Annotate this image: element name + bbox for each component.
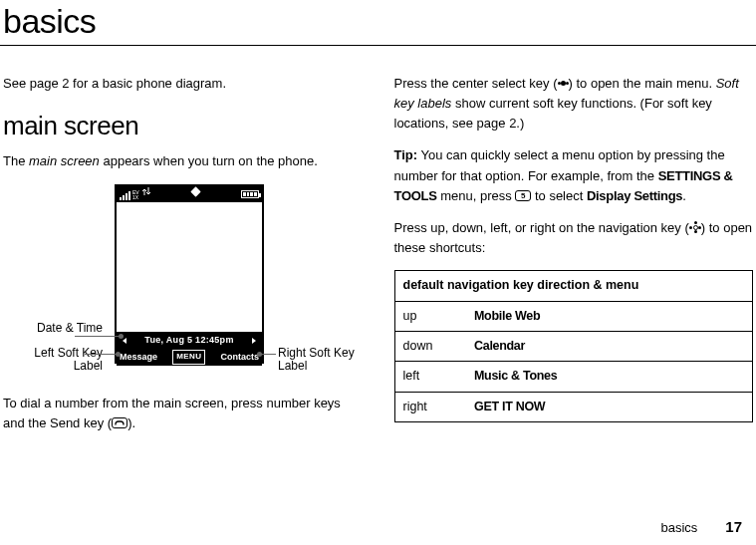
callout-line: Label (74, 359, 103, 373)
table-header: default navigation key direction & menu (394, 271, 753, 301)
direction-cell: down (394, 331, 466, 361)
main-screen-term: main screen (29, 153, 100, 168)
text-fragment: Press the center select key ( (394, 76, 558, 91)
callout-left-soft-key: Left Soft Key Label (3, 347, 103, 375)
text-fragment: Press up, down, left, or right on the na… (394, 220, 689, 235)
callout-date-time: Date & Time (3, 322, 103, 336)
left-soft-key-label: Message (120, 351, 157, 365)
phone-screen-body (117, 202, 262, 332)
tip-label: Tip: (394, 147, 418, 162)
right-column: Press the center select key () to open t… (394, 74, 754, 445)
center-select-key-icon (558, 78, 569, 89)
text-fragment: To dial a number from the main screen, p… (3, 396, 341, 430)
text-fragment: The (3, 153, 29, 168)
nav-key-paragraph: Press up, down, left, or right on the na… (394, 218, 754, 258)
page-number: 17 (725, 518, 742, 535)
callout-line: Left Soft Key (34, 346, 103, 360)
table-row: up Mobile Web (394, 301, 753, 331)
phone-softkey-row: Message MENU Contacts (117, 350, 262, 366)
text-fragment: appears when you turn on the phone. (100, 153, 318, 168)
left-column: See page 2 for a basic phone diagram. ma… (3, 74, 363, 445)
text-fragment: menu, press (437, 188, 516, 203)
callout-line: Label (278, 359, 307, 373)
text-fragment: ). (127, 415, 135, 430)
text-fragment: to select (531, 188, 587, 203)
tip-paragraph: Tip: You can quickly select a menu optio… (394, 145, 754, 205)
phone-frame: EV1X Tue, Aug 5 12:45pm Message MENU (115, 184, 264, 364)
footer-section-label: basics (660, 520, 697, 535)
data-arrows-icon (142, 187, 150, 200)
direction-cell: up (394, 301, 466, 331)
number-5-key-icon: 5 (515, 190, 531, 201)
display-settings-menu-name: Display Settings (587, 188, 682, 203)
navigation-shortcuts-table: default navigation key direction & menu … (394, 270, 754, 422)
callout-leader-line (258, 354, 276, 355)
center-key-paragraph: Press the center select key () to open t… (394, 74, 754, 134)
main-screen-intro: The main screen appears when you turn on… (3, 151, 363, 171)
callout-right-soft-key: Right Soft Key Label (278, 347, 368, 375)
intro-paragraph: See page 2 for a basic phone diagram. (3, 74, 363, 94)
menu-cell: GET IT NOW (466, 392, 753, 421)
callout-leader-line (75, 336, 123, 337)
menu-cell: Calendar (466, 331, 753, 361)
menu-cell: Music & Tones (466, 362, 753, 392)
right-soft-key-label: Contacts (220, 351, 259, 365)
text-fragment: . (682, 188, 686, 203)
table-row: down Calendar (394, 331, 753, 361)
menu-label: MENU (172, 350, 205, 364)
direction-cell: left (394, 362, 466, 392)
table-row: right GET IT NOW (394, 392, 753, 421)
battery-icon (241, 190, 259, 198)
section-heading-main-screen: main screen (3, 106, 363, 145)
menu-cell: Mobile Web (466, 301, 753, 331)
phone-diagram: EV1X Tue, Aug 5 12:45pm Message MENU (3, 184, 362, 384)
network-type-label: EV1X (132, 190, 139, 200)
direction-cell: right (394, 392, 466, 421)
callout-leader-line (85, 354, 120, 355)
two-column-layout: See page 2 for a basic phone diagram. ma… (0, 74, 756, 445)
dial-instruction: To dial a number from the main screen, p… (3, 394, 363, 433)
signal-icon (120, 191, 130, 200)
status-center-icon (191, 187, 200, 199)
phone-status-bar: EV1X (117, 186, 262, 202)
send-key-icon (112, 417, 127, 428)
table-row: left Music & Tones (394, 362, 753, 392)
page-title: basics (0, 0, 756, 46)
text-fragment: ) to open the main menu. (569, 76, 716, 91)
callout-line: Right Soft Key (278, 346, 355, 360)
phone-date-time: Tue, Aug 5 12:45pm (117, 332, 262, 350)
page-footer: basics 17 (660, 518, 742, 535)
navigation-key-icon (689, 221, 701, 233)
